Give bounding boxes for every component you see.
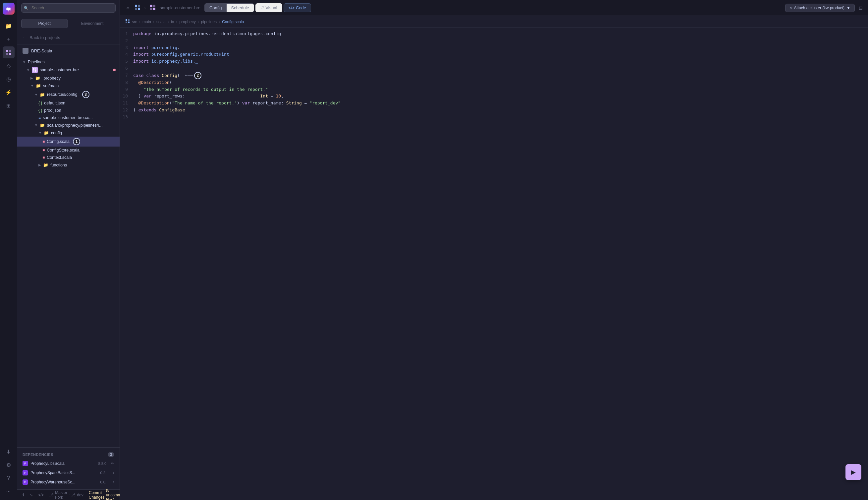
nav-add-icon[interactable]: ＋ — [3, 33, 14, 45]
code-line-10: 10 ) var report_rows: Int = 10, — [120, 93, 868, 100]
line-number: 4 — [120, 51, 133, 58]
pipelines-label: Pipelines — [28, 60, 45, 64]
nav-history-icon[interactable]: ◷ — [3, 73, 14, 85]
svg-rect-5 — [35, 68, 36, 70]
nav-labels-icon[interactable]: ◇ — [3, 60, 14, 72]
tree-configstore-scala[interactable]: ■ ConfigStore.scala — [17, 147, 120, 154]
chevron-right-icon: ▶ — [31, 76, 33, 80]
code-content: @Description( — [133, 79, 863, 86]
nav-help-icon[interactable]: ? — [3, 472, 14, 484]
dep-item-prophecylibs[interactable]: P ProphecyLibsScala 8.8.0 ✏ — [17, 459, 120, 468]
bc-src[interactable]: src — [132, 20, 137, 24]
tab-visual[interactable]: ♡ Visual — [256, 3, 282, 12]
tab-environment[interactable]: Environment — [69, 19, 116, 28]
deps-count: 3 — [108, 452, 114, 457]
dep-item-sparkbasics[interactable]: P ProphecySparkBasicsS... 0.2... › — [17, 468, 120, 477]
tree-prophecy-folder[interactable]: ▶ 📁 .prophecy — [17, 74, 120, 82]
annotation-bubble-1: 1 — [73, 138, 80, 145]
svg-rect-4 — [33, 68, 34, 70]
code-line-6: 6 — [120, 65, 868, 72]
bc-main[interactable]: main — [142, 20, 151, 24]
tree-context-scala[interactable]: ■ Context.scala — [17, 154, 120, 161]
svg-rect-16 — [126, 19, 127, 21]
dep-icon: P — [23, 470, 28, 476]
code-line-7: 7 case class Config( ←——2 — [120, 72, 868, 79]
search-input[interactable] — [21, 3, 116, 13]
search-bar — [17, 0, 120, 16]
bc-scala[interactable]: scala — [156, 20, 166, 24]
tree-sample-config[interactable]: ≡ sample_customer_bre.co... — [17, 114, 120, 121]
breadcrumb-sep: › — [144, 5, 146, 10]
tree-resources-folder[interactable]: ▼ 📁 resources/config 3 — [17, 90, 120, 100]
graph-status[interactable]: ∿ — [30, 493, 33, 497]
code-status[interactable]: </> — [38, 493, 44, 497]
code-content — [133, 37, 863, 44]
tree-config-scala[interactable]: ■ Config.scala 1 — [17, 137, 120, 147]
tab-project[interactable]: Project — [21, 19, 68, 28]
panel-split-icon[interactable]: ⊟ — [859, 5, 863, 11]
back-to-projects[interactable]: ← Back to projects — [17, 31, 120, 44]
sidebar: Project Environment ← Back to projects ☰… — [17, 0, 120, 500]
branch-status[interactable]: ⎇ Master Fork : ⎇ dev — [49, 490, 83, 500]
bc-configscala[interactable]: Config.scala — [222, 20, 244, 24]
tab-config[interactable]: Config — [205, 4, 227, 12]
scala-file-icon: ■ — [43, 155, 45, 160]
code-line-12: 12 ) extends ConfigBase — [120, 107, 868, 114]
arrow-right-icon[interactable]: › — [113, 470, 114, 475]
deps-header: DEPENDENCIES 3 — [17, 450, 120, 459]
svg-rect-17 — [128, 19, 130, 21]
tree-pipelines-header[interactable]: ▼ Pipelines — [17, 58, 120, 66]
play-icon: ▶ — [851, 468, 856, 476]
nav-files-icon[interactable]: 📁 — [3, 20, 14, 32]
pipeline-name-breadcrumb[interactable]: sample-customer-bre — [160, 5, 200, 10]
dep-item-warehouse[interactable]: P ProphecyWarehouseSc... 0.0... › — [17, 477, 120, 487]
tree-prod-json[interactable]: { } prod.json — [17, 107, 120, 114]
line-number: 6 — [120, 65, 133, 72]
tree-srcmain-folder[interactable]: ▼ 📁 src/main — [17, 82, 120, 90]
attach-cluster-button[interactable]: ○ Attach a cluster (kw-product) ▼ — [785, 4, 855, 12]
run-button[interactable]: ▶ — [845, 464, 861, 480]
sample-config-label: sample_customer_bre.co... — [43, 115, 93, 120]
line-number: 10 — [120, 93, 133, 100]
tree-default-json[interactable]: { } default.json — [17, 100, 120, 107]
json-file-icon: { } — [38, 108, 42, 113]
svg-rect-7 — [35, 70, 36, 72]
line-number: 5 — [120, 58, 133, 65]
bc-io[interactable]: io — [171, 20, 174, 24]
tab-schedule[interactable]: Schedule — [227, 4, 254, 12]
nav-pipelines-icon[interactable] — [3, 46, 14, 58]
bc-pipelines[interactable]: pipelines — [201, 20, 217, 24]
svg-rect-9 — [138, 5, 140, 7]
tree-pipeline-item[interactable]: ▼ sample-customer-bre — [17, 66, 120, 74]
tree-scala-folder[interactable]: ▼ 📁 scala/io/prophecy/pipelines/r... — [17, 121, 120, 129]
arrow-right-icon[interactable]: › — [113, 480, 114, 485]
json-file-icon: { } — [38, 101, 42, 105]
chevron-down-icon: ▼ — [23, 60, 26, 64]
code-content: import io.prophecy.libs._ — [133, 58, 863, 65]
info-icon: ℹ — [23, 493, 24, 497]
graph-icon: ∿ — [30, 493, 33, 497]
nav-deploy-icon[interactable]: ⬇ — [3, 446, 14, 457]
collapse-button[interactable]: « — [125, 4, 130, 12]
nav-monitor-icon[interactable]: ⚡ — [3, 86, 14, 98]
code-line-9: 9 "The number of records to output in th… — [120, 86, 868, 93]
nav-settings-icon[interactable]: ⚙ — [3, 459, 14, 471]
chevron-down-icon: ▼ — [26, 68, 30, 72]
code-content: import pureconfig._ — [133, 44, 863, 52]
commit-status[interactable]: Commit Changes (8 uncommitted files) — [89, 488, 120, 500]
line-number: 2 — [120, 37, 133, 44]
nav-more-icon[interactable]: ··· — [3, 486, 14, 497]
code-line-5: 5 import io.prophecy.libs._ — [120, 58, 868, 65]
folder-icon: 📁 — [43, 162, 48, 168]
line-number: 8 — [120, 79, 133, 86]
info-status[interactable]: ℹ — [23, 493, 24, 497]
tree-config-folder[interactable]: ▼ 📁 config — [17, 129, 120, 137]
bc-prophecy[interactable]: prophecy — [179, 20, 196, 24]
tree-functions-folder[interactable]: ▶ 📁 functions — [17, 161, 120, 169]
tab-code[interactable]: </> Code — [284, 3, 312, 12]
code-content — [133, 65, 863, 72]
line-number: 13 — [120, 114, 133, 121]
edit-icon[interactable]: ✏ — [111, 461, 114, 466]
code-line-3: 3 import pureconfig._ — [120, 44, 868, 52]
nav-teams-icon[interactable]: ⊞ — [3, 100, 14, 111]
